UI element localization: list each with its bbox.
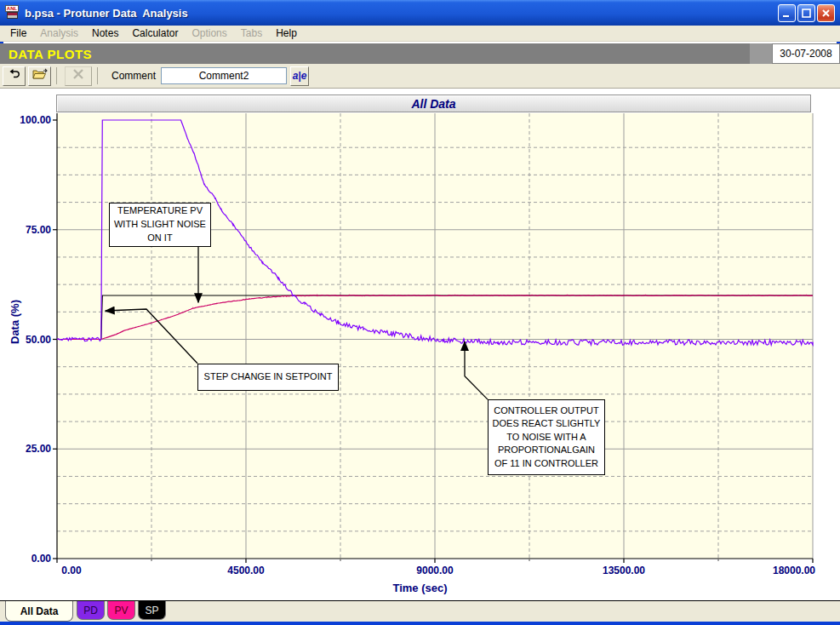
comment-label: Comment <box>111 70 156 82</box>
annotation-line: DOES REACT SLIGHTLY <box>493 417 601 431</box>
x-tick-label: 4500.00 <box>227 565 264 576</box>
y-tick-label: 75.00 <box>2 224 51 236</box>
header-bar: DATA PLOTS 30-07-2008 <box>0 43 840 64</box>
annotation-line: WITH SLIGHT NOISE <box>114 218 206 232</box>
menu-item-tabs: Tabs <box>234 26 269 41</box>
close-button[interactable] <box>817 4 835 22</box>
tab-strip: All DataPDPVSP <box>0 600 840 622</box>
chart-area: All Data Data (%) Time (sec) 0.0025.0050… <box>0 89 840 600</box>
y-tick-label: 50.00 <box>2 334 51 346</box>
x-tick-label: 13500.00 <box>603 565 645 576</box>
maximize-button[interactable] <box>797 4 815 22</box>
x-tick-label: 9000.00 <box>416 565 453 576</box>
annotation-box: CONTROLLER OUTPUTDOES REACT SLIGHTLYTO N… <box>488 399 605 475</box>
annotation-line: OF 11 IN CONTROLLER <box>494 457 598 471</box>
minimize-button[interactable] <box>778 4 796 22</box>
chart-title: All Data <box>56 95 811 112</box>
menu-item-options: Options <box>185 26 233 41</box>
app-window: ANL b.psa - Protuner Data Analysis FileA… <box>0 0 840 625</box>
date-display: 30-07-2008 <box>772 43 840 64</box>
menu-bar: FileAnalysisNotesCalculatorOptionsTabsHe… <box>0 26 840 42</box>
x-tick-label: 0.00 <box>61 565 81 576</box>
undo-icon <box>8 68 21 83</box>
annotation-line: ON IT <box>147 232 172 245</box>
header-gap <box>750 43 772 64</box>
comment-input[interactable] <box>161 67 287 84</box>
tab-sp[interactable]: SP <box>138 601 166 620</box>
tab-all-data[interactable]: All Data <box>5 601 73 622</box>
app-icon: ANL <box>5 5 20 20</box>
menu-item-help[interactable]: Help <box>269 26 304 41</box>
open-button[interactable] <box>28 66 51 86</box>
y-tick-label: 100.00 <box>2 114 51 126</box>
title-bar[interactable]: ANL b.psa - Protuner Data Analysis <box>0 0 840 26</box>
plot-canvas <box>0 89 840 600</box>
annotation-line: TEMPERATURE PV <box>117 204 203 218</box>
y-tick-label: 25.00 <box>2 443 51 455</box>
menu-item-calculator[interactable]: Calculator <box>125 26 185 41</box>
toolbar-separator <box>97 67 98 84</box>
menu-item-file[interactable]: File <box>3 26 33 41</box>
menu-item-notes[interactable]: Notes <box>85 26 125 41</box>
edit-text-button[interactable]: a|e <box>290 66 309 86</box>
toolbar: Comment a|e <box>0 64 840 89</box>
annotation-line: TO NOISE WITH A <box>506 431 586 444</box>
toolbar-separator <box>56 67 57 84</box>
annotation-line: PROPORTIONALGAIN <box>498 444 595 457</box>
tab-pd[interactable]: PD <box>77 601 105 620</box>
annotation-box: STEP CHANGE IN SETPOINT <box>197 364 339 391</box>
x-axis-label: Time (sec) <box>0 582 840 594</box>
tab-pv[interactable]: PV <box>107 601 135 620</box>
delete-x-icon <box>72 68 84 83</box>
annotation-line: CONTROLLER OUTPUT <box>494 404 598 418</box>
annotation-box: TEMPERATURE PVWITH SLIGHT NOISEON IT <box>109 203 211 247</box>
annotation-line: STEP CHANGE IN SETPOINT <box>204 370 333 384</box>
x-tick-label: 18000.00 <box>773 565 815 576</box>
open-folder-icon <box>32 68 48 83</box>
delete-button <box>65 66 92 86</box>
page-title: DATA PLOTS <box>0 47 750 61</box>
menu-item-analysis: Analysis <box>33 26 85 41</box>
y-tick-label: 0.00 <box>2 553 51 565</box>
undo-button[interactable] <box>3 66 26 86</box>
window-title: b.psa - Protuner Data Analysis <box>25 7 778 20</box>
